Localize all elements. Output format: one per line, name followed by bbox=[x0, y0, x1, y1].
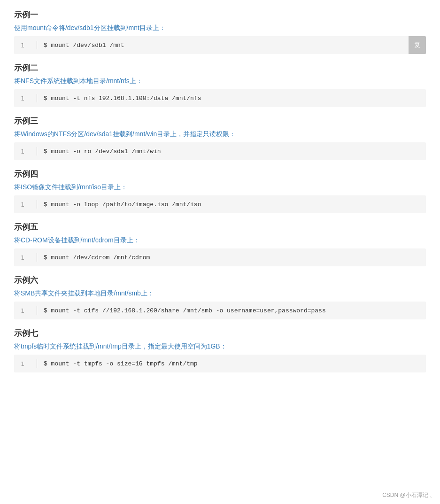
code-block-example3: 1$ mount -o ro /dev/sda1 /mnt/win bbox=[14, 142, 426, 160]
line-number-example4: 1 bbox=[21, 201, 32, 208]
section-example3: 示例三将Windows的NTFS分区/dev/sda1挂载到/mnt/win目录… bbox=[14, 116, 426, 160]
section-desc-example6: 将SMB共享文件夹挂载到本地目录/mnt/smb上： bbox=[14, 289, 426, 298]
code-text-example2: $ mount -t nfs 192.168.1.100:/data /mnt/… bbox=[44, 95, 201, 102]
section-title-example2: 示例二 bbox=[14, 62, 426, 73]
section-desc-example4: 将ISO镜像文件挂载到/mnt/iso目录上： bbox=[14, 183, 426, 192]
section-title-example7: 示例七 bbox=[14, 328, 426, 339]
line-separator-example3 bbox=[37, 147, 37, 155]
line-number-example1: 1 bbox=[21, 42, 32, 49]
section-example5: 示例五将CD-ROM设备挂载到/mnt/cdrom目录上：1$ mount /d… bbox=[14, 222, 426, 266]
code-text-example6: $ mount -t cifs //192.168.1.200/share /m… bbox=[44, 307, 326, 314]
code-block-example1: 1$ mount /dev/sdb1 /mnt复 bbox=[14, 36, 426, 54]
section-desc-example5: 将CD-ROM设备挂载到/mnt/cdrom目录上： bbox=[14, 236, 426, 245]
section-title-example5: 示例五 bbox=[14, 222, 426, 233]
line-number-example2: 1 bbox=[21, 95, 32, 102]
code-text-example3: $ mount -o ro /dev/sda1 /mnt/win bbox=[44, 148, 161, 155]
section-example7: 示例七将tmpfs临时文件系统挂载到/mnt/tmp目录上，指定最大使用空间为1… bbox=[14, 328, 426, 372]
code-text-example5: $ mount /dev/cdrom /mnt/cdrom bbox=[44, 254, 150, 261]
line-number-example3: 1 bbox=[21, 148, 32, 155]
code-text-example7: $ mount -t tmpfs -o size=1G tmpfs /mnt/t… bbox=[44, 360, 198, 367]
line-separator-example2 bbox=[37, 94, 37, 102]
line-separator-example7 bbox=[37, 359, 37, 368]
section-example1: 示例一使用mount命令将/dev/sdb1分区挂载到/mnt目录上：1$ mo… bbox=[14, 9, 426, 54]
line-number-example5: 1 bbox=[21, 254, 32, 261]
line-separator-example1 bbox=[37, 41, 37, 49]
line-separator-example5 bbox=[37, 253, 37, 262]
section-desc-example2: 将NFS文件系统挂载到本地目录/mnt/nfs上： bbox=[14, 77, 426, 85]
line-number-example6: 1 bbox=[21, 307, 32, 314]
section-example2: 示例二将NFS文件系统挂载到本地目录/mnt/nfs上：1$ mount -t … bbox=[14, 62, 426, 107]
code-text-example1: $ mount /dev/sdb1 /mnt bbox=[44, 42, 124, 49]
section-title-example6: 示例六 bbox=[14, 275, 426, 286]
section-example6: 示例六将SMB共享文件夹挂载到本地目录/mnt/smb上：1$ mount -t… bbox=[14, 275, 426, 319]
section-desc-example7: 将tmpfs临时文件系统挂载到/mnt/tmp目录上，指定最大使用空间为1GB： bbox=[14, 342, 426, 351]
code-text-example4: $ mount -o loop /path/to/image.iso /mnt/… bbox=[44, 201, 201, 208]
section-title-example3: 示例三 bbox=[14, 116, 426, 126]
code-block-example5: 1$ mount /dev/cdrom /mnt/cdrom bbox=[14, 248, 426, 266]
line-separator-example4 bbox=[37, 200, 37, 209]
copy-button-example1[interactable]: 复 bbox=[409, 36, 426, 54]
section-title-example4: 示例四 bbox=[14, 169, 426, 179]
code-block-example6: 1$ mount -t cifs //192.168.1.200/share /… bbox=[14, 302, 426, 319]
code-block-example7: 1$ mount -t tmpfs -o size=1G tmpfs /mnt/… bbox=[14, 355, 426, 372]
line-separator-example6 bbox=[37, 306, 37, 315]
code-block-example4: 1$ mount -o loop /path/to/image.iso /mnt… bbox=[14, 195, 426, 213]
section-title-example1: 示例一 bbox=[14, 9, 426, 20]
code-block-example2: 1$ mount -t nfs 192.168.1.100:/data /mnt… bbox=[14, 89, 426, 107]
section-desc-example3: 将Windows的NTFS分区/dev/sda1挂载到/mnt/win目录上，并… bbox=[14, 130, 426, 139]
section-desc-example1: 使用mount命令将/dev/sdb1分区挂载到/mnt目录上： bbox=[14, 24, 426, 32]
line-number-example7: 1 bbox=[21, 360, 32, 367]
section-example4: 示例四将ISO镜像文件挂载到/mnt/iso目录上：1$ mount -o lo… bbox=[14, 169, 426, 213]
